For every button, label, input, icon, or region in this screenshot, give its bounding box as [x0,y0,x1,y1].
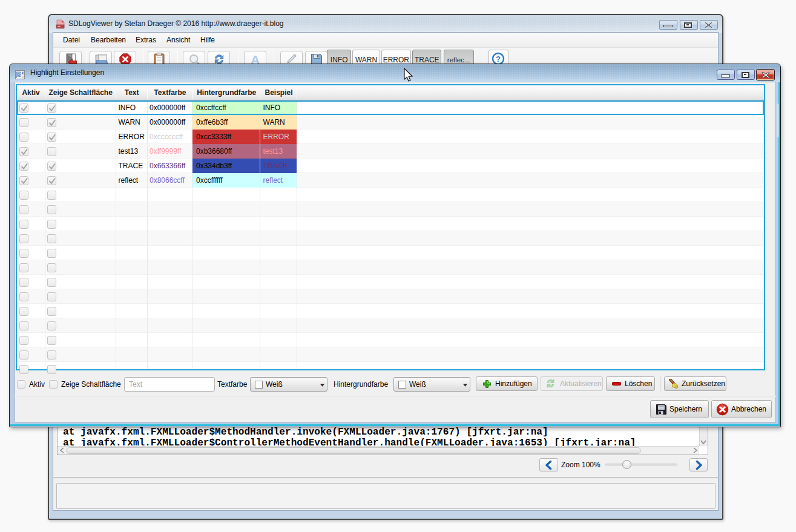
svg-text:?: ? [496,54,501,64]
